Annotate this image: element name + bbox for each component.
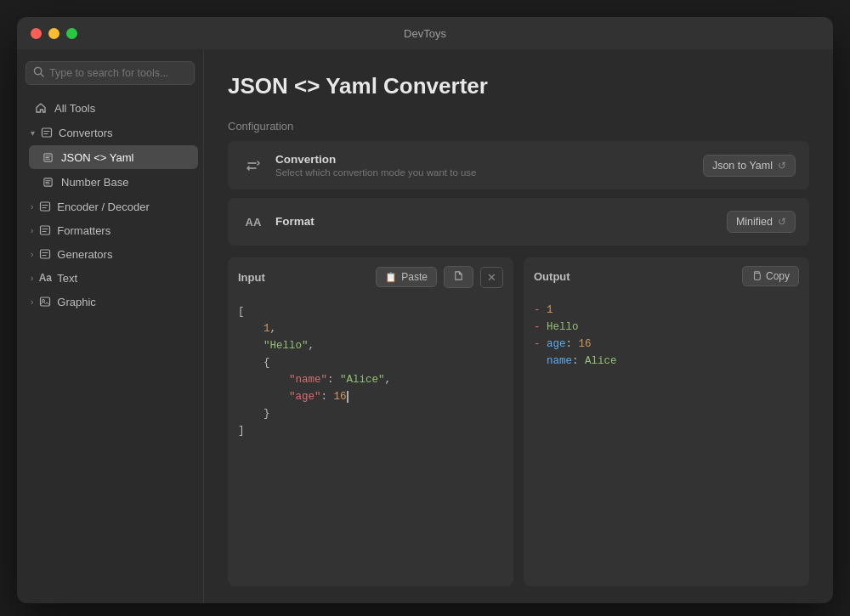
format-icon: AA <box>241 210 265 234</box>
input-panel: Input 📋 Paste <box>228 257 513 586</box>
number-base-label: Number Base <box>61 176 128 189</box>
minimize-button[interactable] <box>48 28 60 39</box>
convertion-control[interactable]: Json to Yaml ↺ <box>703 155 796 177</box>
json-yaml-icon <box>41 150 54 164</box>
output-panel-header: Output Copy <box>524 257 809 295</box>
convertion-title: Convertion <box>275 153 703 166</box>
chevron-right-icon4: › <box>31 274 33 283</box>
sidebar: All Tools ▾ Convertors <box>17 49 204 603</box>
refresh-icon: ↺ <box>778 160 786 172</box>
search-icon <box>33 66 44 80</box>
svg-line-1 <box>41 74 43 76</box>
clear-icon: ✕ <box>487 271 496 284</box>
generators-label: Generators <box>57 248 112 261</box>
io-panels: Input 📋 Paste <box>228 257 809 586</box>
page-title: JSON <> Yaml Converter <box>228 73 809 99</box>
content-area: JSON <> Yaml Converter Configuration Con… <box>204 49 833 603</box>
sidebar-group-convertors[interactable]: ▾ Convertors <box>22 122 198 144</box>
graphic-label: Graphic <box>57 296 96 308</box>
format-value: Minified <box>736 216 773 228</box>
convertion-config-card: Convertion Select which convertion mode … <box>228 141 809 189</box>
chevron-right-icon: › <box>31 202 33 212</box>
app-window: DevToys All <box>17 17 833 603</box>
generators-icon <box>38 247 52 261</box>
window-controls <box>31 28 77 39</box>
search-bar[interactable] <box>26 61 195 85</box>
number-base-icon <box>41 175 54 189</box>
main-layout: All Tools ▾ Convertors <box>17 49 833 603</box>
copy-button[interactable]: Copy <box>742 266 799 286</box>
convertors-sub: JSON <> Yaml Number Base <box>24 144 203 195</box>
sidebar-group-generators[interactable]: › Generators <box>22 243 198 265</box>
all-tools-label: All Tools <box>54 102 95 115</box>
svg-rect-8 <box>41 297 50 306</box>
titlebar: DevToys <box>17 17 833 49</box>
svg-rect-5 <box>41 202 50 211</box>
sidebar-item-number-base[interactable]: Number Base <box>29 170 198 194</box>
encoder-label: Encoder / Decoder <box>57 201 149 213</box>
home-icon <box>34 101 48 115</box>
clipboard-icon: 📋 <box>385 272 397 283</box>
sidebar-group-graphic[interactable]: › Graphic <box>22 291 198 313</box>
svg-rect-6 <box>41 226 50 235</box>
search-input[interactable] <box>49 67 187 79</box>
sidebar-group-formatters[interactable]: › Formatters <box>22 219 198 241</box>
chevron-down-icon: ▾ <box>31 128 35 138</box>
formatters-label: Formatters <box>57 224 110 237</box>
input-editor[interactable]: [ 1, "Hello", { "name": "Alice", "age": … <box>228 297 513 586</box>
convertion-desc: Select which convertion mode you want to… <box>275 167 703 178</box>
encoder-icon <box>38 200 52 213</box>
json-yaml-label: JSON <> Yaml <box>61 151 134 164</box>
format-title: Format <box>275 215 727 228</box>
chevron-right-icon5: › <box>31 297 33 307</box>
convertors-label: Convertors <box>59 127 113 139</box>
file-icon <box>453 270 464 284</box>
formatters-icon <box>38 223 52 237</box>
convertion-text: Convertion Select which convertion mode … <box>275 153 703 178</box>
chevron-right-icon2: › <box>31 226 33 235</box>
format-control[interactable]: Minified ↺ <box>727 211 796 233</box>
output-panel-title: Output <box>534 270 735 283</box>
paste-button[interactable]: 📋 Paste <box>376 267 437 287</box>
sidebar-item-json-yaml[interactable]: JSON <> Yaml <box>29 145 198 169</box>
paste-label: Paste <box>401 271 428 283</box>
convertion-icon <box>241 154 265 178</box>
convertion-value: Json to Yaml <box>712 160 773 172</box>
refresh-icon2: ↺ <box>778 216 786 228</box>
sidebar-group-encoder[interactable]: › Encoder / Decoder <box>22 195 198 218</box>
clear-button[interactable]: ✕ <box>480 267 503 288</box>
format-config-card: AA Format Minified ↺ <box>228 198 809 246</box>
open-file-button[interactable] <box>444 266 473 288</box>
format-text: Format <box>275 215 727 229</box>
svg-rect-7 <box>41 250 50 258</box>
config-section-label: Configuration <box>228 120 809 133</box>
input-panel-header: Input 📋 Paste <box>228 257 513 297</box>
svg-rect-2 <box>42 128 52 137</box>
graphic-icon <box>38 295 52 308</box>
output-panel: Output Copy - 1 <box>524 257 809 586</box>
copy-icon <box>751 270 762 282</box>
fullscreen-button[interactable] <box>66 28 77 39</box>
output-editor: - 1 - Hello - age: 16 name: Alice <box>524 295 809 586</box>
sidebar-item-all-tools[interactable]: All Tools <box>22 96 198 120</box>
chevron-right-icon3: › <box>31 250 33 259</box>
copy-label: Copy <box>766 270 790 282</box>
text-label: Text <box>57 272 77 285</box>
svg-rect-10 <box>754 273 760 280</box>
app-title: DevToys <box>404 27 446 40</box>
close-button[interactable] <box>31 28 42 39</box>
input-panel-title: Input <box>238 271 369 284</box>
sidebar-group-text[interactable]: › Aa Text <box>22 267 198 289</box>
convertor-icon <box>40 126 54 139</box>
text-icon: Aa <box>38 271 52 285</box>
